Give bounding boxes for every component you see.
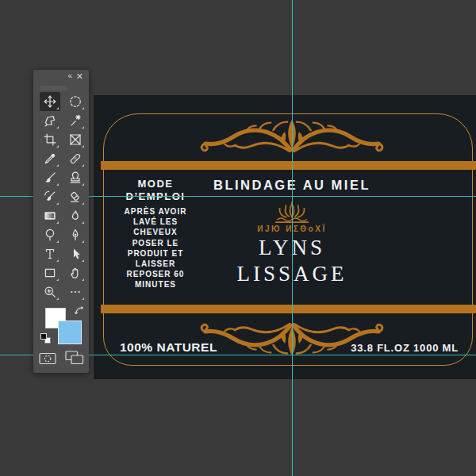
path-select-tool[interactable] <box>65 244 86 263</box>
eraser-tool[interactable] <box>65 187 86 206</box>
gradient-icon <box>44 209 56 222</box>
rectangle-tool[interactable] <box>40 263 60 282</box>
type-tool[interactable] <box>40 244 60 263</box>
document-canvas[interactable]: MODE D’EMPLOI APRÈS AVOIR LAVÉ LES CHEVE… <box>94 95 476 379</box>
dodge-icon <box>44 228 56 241</box>
eraser-icon <box>69 190 82 203</box>
panel-bottom-controls <box>33 349 89 371</box>
hand-icon <box>69 267 82 279</box>
history-brush-tool[interactable] <box>40 187 60 206</box>
screen-mode-icon[interactable] <box>65 351 84 365</box>
photoshop-workspace: MODE D’EMPLOI APRÈS AVOIR LAVÉ LES CHEVE… <box>0 0 476 476</box>
tools-panel-header: « ✕ <box>33 70 89 83</box>
vertical-guide[interactable] <box>292 0 293 476</box>
move-icon <box>44 95 56 108</box>
eyedropper-tool[interactable] <box>40 149 60 168</box>
magic-wand-icon <box>69 114 82 127</box>
eyedropper-icon <box>44 152 56 165</box>
zoom-icon <box>44 286 56 298</box>
tools-panel: « ✕ <box>33 70 89 373</box>
healing-brush-icon <box>69 152 82 165</box>
dodge-tool[interactable] <box>40 225 60 244</box>
gradient-tool[interactable] <box>40 206 60 225</box>
crop-icon <box>44 133 56 146</box>
more-tools-tool[interactable] <box>65 282 86 301</box>
default-colors-icon[interactable] <box>40 333 52 344</box>
pen-icon <box>69 228 82 241</box>
close-panel-icon[interactable]: ✕ <box>76 71 83 81</box>
magic-wand-tool[interactable] <box>65 111 86 130</box>
zoom-tool[interactable] <box>40 282 60 301</box>
collapse-panel-icon[interactable]: « <box>67 71 71 81</box>
tool-grid <box>40 92 86 301</box>
rectangle-icon <box>44 267 56 279</box>
clone-stamp-icon <box>69 171 82 184</box>
background-color-swatch[interactable] <box>58 321 82 344</box>
panel-title-area <box>40 86 67 90</box>
brush-tool[interactable] <box>40 168 60 187</box>
marquee-icon <box>69 95 82 108</box>
quick-mask-icon[interactable] <box>39 352 56 365</box>
default-black-swatch <box>40 333 47 340</box>
smudge-tool[interactable] <box>65 206 86 225</box>
smudge-icon <box>69 209 82 222</box>
type-icon <box>44 248 56 260</box>
bottom-orange-bar <box>101 305 476 313</box>
lasso-icon <box>44 114 56 127</box>
frame-tool[interactable] <box>65 130 86 149</box>
volume-text: 33.8 FL.OZ 1000 ML <box>351 342 459 354</box>
frame-icon <box>69 133 82 146</box>
natural-claim-text: 100% NATUREL <box>120 340 217 355</box>
hand-tool[interactable] <box>65 263 86 282</box>
lasso-tool[interactable] <box>40 111 60 130</box>
top-orange-bar <box>101 161 476 170</box>
pen-tool[interactable] <box>65 225 86 244</box>
move-tool[interactable] <box>40 92 60 111</box>
marquee-tool[interactable] <box>65 92 86 111</box>
healing-brush-tool[interactable] <box>65 149 86 168</box>
crop-tool[interactable] <box>40 130 60 149</box>
swap-colors-icon[interactable] <box>75 306 85 317</box>
color-swatches <box>33 305 89 349</box>
more-tools-icon <box>69 286 82 298</box>
brush-icon <box>44 171 56 184</box>
path-select-icon <box>69 248 82 260</box>
clone-stamp-tool[interactable] <box>65 168 86 187</box>
history-brush-icon <box>44 190 56 203</box>
